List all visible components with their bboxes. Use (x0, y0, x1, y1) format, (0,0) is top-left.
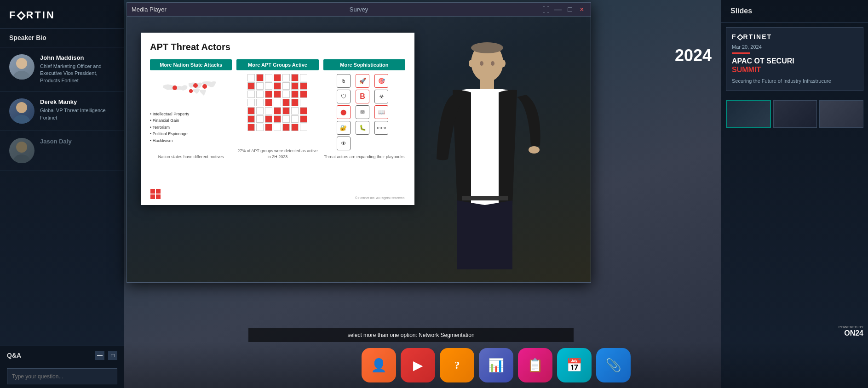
apt-cell-31 (265, 107, 272, 114)
col-body-soph: 🖱 🚀 🎯 🛡 B ☣ ⬤ ✉ 📖 🔐 🐛 (323, 74, 405, 150)
copyright-text: © Fortinet Inc. All Rights Reserved. (355, 196, 405, 200)
survey-bar: select more than one option: Network Seg… (248, 328, 574, 342)
qa-header: Q&A — □ (0, 346, 124, 365)
apt-cell-28 (300, 99, 307, 106)
speaker-figure (416, 30, 554, 282)
apt-cell-37 (256, 115, 264, 123)
apt-cell-36 (247, 115, 255, 123)
slide-title: APT Threat Actors (150, 42, 405, 52)
apt-cell-12 (282, 82, 290, 90)
close-icon[interactable]: × (578, 6, 586, 14)
svg-rect-11 (480, 79, 494, 90)
qa-section: Q&A — □ (0, 346, 124, 388)
apt-cell-20 (291, 91, 299, 98)
svg-point-2 (16, 102, 27, 113)
slides-header: Slides (721, 0, 868, 23)
mini-thumb-2[interactable] (773, 100, 817, 128)
slide-columns: More Nation State Attacks (150, 59, 405, 160)
nation-bullets: Intellectual Property Financial Gain Ter… (150, 111, 232, 144)
slide-footer: © Fortinet Inc. All Rights Reserved. (150, 188, 405, 200)
apt-cell-2 (256, 74, 264, 81)
svg-point-4 (16, 142, 27, 153)
on24-brand: ON24 (839, 329, 863, 337)
soph-icon-rocket: 🚀 (356, 74, 369, 88)
apt-cell-45 (265, 124, 272, 131)
apt-cell-6 (291, 74, 299, 81)
apt-cell-24 (265, 99, 272, 106)
speaker-item-john[interactable]: John Maddison Chief Marketing Officer an… (0, 47, 124, 91)
toolbar-btn-attach[interactable]: 📎 (596, 348, 631, 382)
soph-icon-b: B (356, 90, 369, 103)
speaker-item-jason[interactable]: Jason Daly (0, 131, 124, 171)
slide-col-soph: More Sophistication 🖱 🚀 🎯 🛡 B ☣ ⬤ ✉ (323, 59, 405, 160)
toolbar-btn-qa[interactable]: ? (440, 348, 474, 382)
speaker-item-derek[interactable]: Derek Manky Global VP Threat Intelligenc… (0, 91, 124, 131)
apt-cell-17 (265, 91, 272, 98)
qa-minimize-btn[interactable]: — (95, 351, 104, 360)
qa-input-area (0, 365, 124, 388)
minimize-icon[interactable]: — (554, 6, 562, 14)
svg-point-16 (491, 61, 494, 66)
speaker-title-john: Chief Marketing Officer and Executive Vi… (40, 63, 115, 84)
speaker-info-john: John Maddison Chief Marketing Officer an… (40, 54, 115, 84)
poll-icon: 📋 (527, 358, 543, 373)
slide-thumb-subtitle: Securing the Future of Industry Infrastr… (732, 78, 857, 85)
toolbar-btn-poll[interactable]: 📋 (518, 348, 552, 382)
svg-point-6 (172, 86, 177, 90)
apt-cell-10 (265, 82, 272, 90)
svg-point-18 (501, 60, 506, 67)
mini-thumb-3[interactable] (819, 100, 863, 128)
apt-cell-21 (300, 91, 307, 98)
toolbar-btn-slides[interactable]: 📊 (479, 348, 513, 382)
svg-point-17 (469, 60, 473, 67)
window-controls: ⛶ — □ × (542, 6, 586, 14)
apt-cell-7 (300, 74, 307, 81)
avatar-derek (9, 98, 34, 124)
svg-rect-13 (462, 196, 508, 200)
apt-cell-39 (274, 115, 281, 123)
apt-cell-47 (282, 124, 290, 131)
maximize-icon[interactable]: □ (566, 6, 574, 14)
svg-point-7 (193, 83, 198, 88)
logo-area: FRTIN (0, 0, 124, 29)
slide-red-line (732, 52, 750, 54)
apt-cell-34 (291, 107, 299, 114)
apt-cell-35 (300, 107, 307, 114)
fullscreen-icon[interactable]: ⛶ (542, 6, 550, 14)
qa-input-field[interactable] (7, 368, 117, 384)
soph-icon-circle: ⬤ (337, 105, 351, 119)
window-tabs: Survey (347, 5, 370, 14)
toolbar-btn-profile[interactable]: 👤 (362, 348, 396, 382)
speaker-info-jason: Jason Daly (40, 138, 115, 147)
slide-thumbnail-main[interactable]: FRTINET Mar 20, 2024 APAC OT SECURI SUMM… (726, 27, 863, 91)
bullet-espionage: Political Espionage (150, 131, 232, 137)
qa-maximize-btn[interactable]: □ (108, 351, 117, 360)
mini-thumb-1[interactable] (726, 100, 771, 128)
survey-tab[interactable]: Survey (347, 5, 370, 14)
col-body-nation: Intellectual Property Financial Gain Ter… (150, 74, 232, 150)
toolbar-btn-calendar[interactable]: 📅 (557, 348, 592, 382)
fg-cell-1 (150, 189, 155, 194)
attach-icon: 📎 (605, 358, 621, 373)
apt-cell-42 (300, 115, 307, 123)
apt-cell-46 (274, 124, 281, 131)
slide-thumb-date: Mar 20, 2024 (732, 44, 857, 50)
on24-badge: POWERED BY ON24 (839, 325, 863, 337)
apt-cell-22 (247, 99, 255, 106)
soph-icon-shield: 🛡 (337, 90, 351, 103)
apt-cell-8 (247, 82, 255, 90)
fortinet-grid-icon (150, 189, 161, 199)
video-icon: ▶ (413, 358, 423, 373)
slide-thumb-logo: FRTINET (732, 33, 857, 40)
survey-text: select more than one option: Network Seg… (347, 332, 474, 338)
apt-cell-4 (274, 74, 281, 81)
apt-cell-38 (265, 115, 272, 123)
svg-point-5 (13, 154, 30, 163)
apt-cell-27 (291, 99, 299, 106)
slide-thumb-title-line1: APAC OT SECURI (732, 57, 794, 65)
apt-cell-30 (256, 107, 264, 114)
soph-icon-eye: 👁 (337, 137, 351, 150)
toolbar-btn-video[interactable]: ▶ (401, 348, 435, 382)
apt-cell-29 (247, 107, 255, 114)
apt-cell-9 (256, 82, 264, 90)
